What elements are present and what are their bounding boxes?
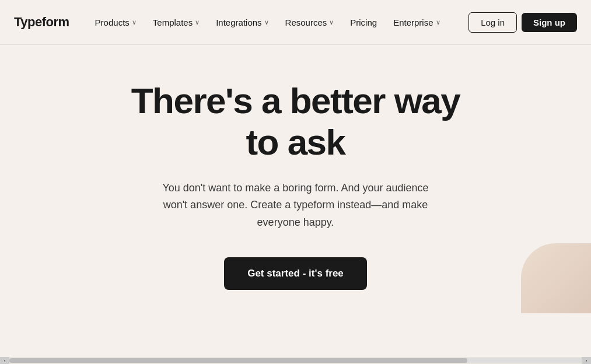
nav-templates-label: Templates bbox=[153, 18, 193, 27]
hero-title: There's a better way to ask bbox=[121, 80, 471, 163]
scrollbar-track[interactable] bbox=[9, 358, 582, 363]
nav-pricing-label: Pricing bbox=[350, 18, 377, 27]
nav-enterprise-label: Enterprise bbox=[393, 18, 433, 27]
horizontal-scrollbar[interactable]: ‹ › bbox=[0, 357, 591, 364]
brand-logo[interactable]: Typeform bbox=[14, 15, 69, 30]
nav-item-pricing[interactable]: Pricing bbox=[343, 13, 384, 32]
nav-item-resources[interactable]: Resources ∨ bbox=[278, 13, 341, 32]
nav-item-enterprise[interactable]: Enterprise ∨ bbox=[386, 13, 447, 32]
enterprise-chevron-icon: ∨ bbox=[436, 19, 440, 26]
cta-button[interactable]: Get started - it's free bbox=[224, 257, 367, 290]
nav-resources-label: Resources bbox=[285, 18, 327, 27]
nav-item-products[interactable]: Products ∨ bbox=[88, 13, 144, 32]
hero-section: There's a better way to ask You don't wa… bbox=[0, 45, 591, 313]
login-button[interactable]: Log in bbox=[468, 12, 517, 33]
templates-chevron-icon: ∨ bbox=[195, 19, 200, 26]
decorative-shape bbox=[521, 243, 591, 313]
hero-subtitle: You don't want to make a boring form. An… bbox=[162, 180, 430, 232]
signup-button[interactable]: Sign up bbox=[522, 13, 577, 32]
nav-item-templates[interactable]: Templates ∨ bbox=[146, 13, 207, 32]
integrations-chevron-icon: ∨ bbox=[264, 19, 269, 26]
scroll-right-arrow[interactable]: › bbox=[582, 357, 591, 364]
products-chevron-icon: ∨ bbox=[132, 19, 137, 26]
scrollbar-thumb[interactable] bbox=[9, 358, 467, 363]
nav-actions: Log in Sign up bbox=[468, 12, 577, 33]
nav-items: Products ∨ Templates ∨ Integrations ∨ Re… bbox=[88, 13, 469, 32]
nav-item-integrations[interactable]: Integrations ∨ bbox=[209, 13, 275, 32]
nav-products-label: Products bbox=[95, 18, 130, 27]
resources-chevron-icon: ∨ bbox=[329, 19, 334, 26]
scroll-left-arrow[interactable]: ‹ bbox=[0, 357, 9, 364]
navbar: Typeform Products ∨ Templates ∨ Integrat… bbox=[0, 0, 591, 45]
nav-integrations-label: Integrations bbox=[216, 18, 261, 27]
